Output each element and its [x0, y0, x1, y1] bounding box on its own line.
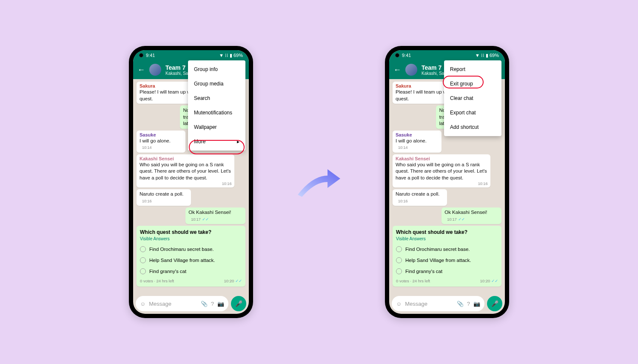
back-icon[interactable]: ←: [393, 65, 401, 74]
phone-left: 9:41 ▼⁞⁞▮69% ← Team 7 Kakashi, Sakura, S…: [129, 46, 253, 318]
mic-button[interactable]: 🎤: [231, 296, 246, 311]
menu-group-media[interactable]: Group media: [188, 77, 245, 91]
avatar[interactable]: [149, 64, 161, 76]
coin-icon[interactable]: ?: [211, 301, 214, 307]
attach-icon[interactable]: 📎: [201, 301, 208, 307]
chevron-right-icon: ▸: [237, 139, 239, 145]
message-input[interactable]: ☺ Message 📎 ? 📷: [136, 296, 228, 311]
mic-button[interactable]: 🎤: [487, 296, 502, 311]
menu-group-info[interactable]: Group info: [188, 62, 245, 77]
poll[interactable]: Which quest should we take? Visible Answ…: [393, 226, 501, 287]
menu-clear-chat[interactable]: Clear chat: [444, 91, 501, 105]
arrow-icon: [296, 165, 342, 199]
menu-report[interactable]: Report: [444, 62, 501, 77]
menu-add-shortcut[interactable]: Add shortcut: [444, 120, 501, 134]
message-input[interactable]: ☺ Message 📎 ? 📷: [392, 296, 484, 311]
attach-icon[interactable]: 📎: [457, 301, 464, 307]
poll[interactable]: Which quest should we take? Visible Answ…: [137, 226, 245, 287]
clock: 9:41: [146, 53, 155, 58]
emoji-icon: ☺: [140, 301, 145, 307]
menu-mute[interactable]: Mutenotifications: [188, 105, 245, 120]
input-bar: ☺ Message 📎 ? 📷 🎤: [389, 293, 505, 314]
phone-right: 9:41 ▼⁞⁞▮69% ← Team 7 Kakashi, Sakura, S…: [385, 46, 509, 318]
avatar[interactable]: [405, 64, 417, 76]
more-submenu: Report Exit group Clear chat Export chat…: [444, 60, 501, 136]
back-icon[interactable]: ←: [137, 65, 145, 74]
camera-icon[interactable]: 📷: [473, 301, 480, 307]
battery: 69%: [234, 53, 243, 58]
menu-search[interactable]: Search: [188, 91, 245, 105]
input-bar: ☺ Message 📎 ? 📷 🎤: [133, 293, 249, 314]
camera-icon[interactable]: 📷: [217, 301, 224, 307]
menu-exit-group[interactable]: Exit group: [444, 77, 501, 91]
menu-export-chat[interactable]: Export chat: [444, 105, 501, 120]
menu-more[interactable]: More▸: [188, 134, 245, 149]
status-bar: 9:41 ▼⁞⁞▮69%: [389, 50, 505, 60]
menu-wallpaper[interactable]: Wallpaper: [188, 120, 245, 134]
emoji-icon: ☺: [396, 301, 402, 307]
status-bar: 9:41 ▼⁞⁞▮69%: [133, 50, 249, 60]
options-menu: Group info Group media Search Mutenotifi…: [188, 60, 245, 151]
coin-icon[interactable]: ?: [467, 301, 470, 307]
